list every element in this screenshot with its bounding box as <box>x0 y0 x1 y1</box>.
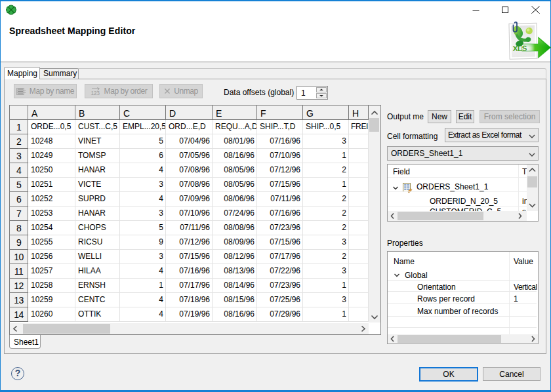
svg-text:XLS: XLS <box>513 45 527 52</box>
svg-text:123: 123 <box>91 90 100 96</box>
